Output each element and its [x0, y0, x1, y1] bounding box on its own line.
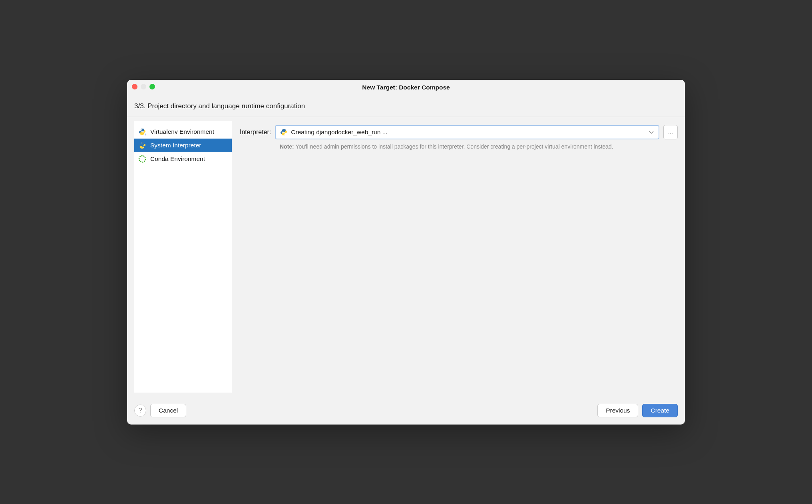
sidebar-item-label: Virtualenv Environment	[150, 128, 214, 135]
sidebar-item-label: Conda Environment	[150, 155, 205, 163]
interpreter-label: Interpreter:	[240, 129, 271, 136]
note-label: Note:	[280, 143, 294, 150]
note-text: You'll need admin permissions to install…	[294, 143, 613, 150]
browse-button[interactable]: ...	[663, 125, 678, 139]
svg-point-5	[139, 156, 145, 162]
chevron-down-icon	[649, 129, 654, 136]
help-button[interactable]: ?	[134, 405, 146, 417]
interpreter-note: Note: You'll need admin permissions to i…	[280, 139, 678, 151]
python-venv-icon: V	[138, 128, 146, 136]
interpreter-field-row: Interpreter: Creating djangodocker_web_r…	[240, 125, 678, 139]
close-window-button[interactable]	[132, 84, 137, 89]
svg-text:V: V	[145, 133, 146, 136]
titlebar: New Target: Docker Compose	[127, 80, 685, 95]
svg-point-1	[143, 133, 143, 134]
svg-point-6	[283, 129, 283, 130]
svg-point-0	[141, 129, 142, 130]
svg-point-4	[143, 147, 143, 148]
sidebar-item-system-interpreter[interactable]: System Interpreter	[134, 139, 232, 152]
minimize-window-button[interactable]	[141, 84, 146, 89]
conda-icon	[138, 155, 146, 163]
svg-point-7	[285, 134, 285, 135]
interpreter-value: Creating djangodocker_web_run ...	[291, 129, 655, 136]
content-area: V Virtualenv Environment System Interpre…	[127, 117, 685, 397]
sidebar-item-virtualenv[interactable]: V Virtualenv Environment	[134, 125, 232, 139]
python-icon	[138, 141, 146, 149]
svg-point-3	[141, 143, 142, 143]
window-controls	[132, 84, 155, 89]
cancel-button[interactable]: Cancel	[150, 404, 186, 417]
interpreter-dropdown[interactable]: Creating djangodocker_web_run ...	[275, 125, 659, 139]
dialog-footer: ? Cancel Previous Create	[127, 397, 685, 425]
maximize-window-button[interactable]	[149, 84, 155, 89]
sidebar-item-conda[interactable]: Conda Environment	[134, 152, 232, 166]
wizard-step-header: 3/3. Project directory and language runt…	[127, 95, 685, 117]
interpreter-type-sidebar: V Virtualenv Environment System Interpre…	[134, 121, 232, 393]
main-panel: Interpreter: Creating djangodocker_web_r…	[232, 117, 685, 397]
python-icon	[280, 128, 288, 136]
sidebar-item-label: System Interpreter	[150, 142, 201, 149]
create-button[interactable]: Create	[642, 404, 678, 417]
previous-button[interactable]: Previous	[597, 404, 638, 417]
new-target-dialog: New Target: Docker Compose 3/3. Project …	[127, 80, 685, 425]
window-title: New Target: Docker Compose	[362, 84, 450, 91]
